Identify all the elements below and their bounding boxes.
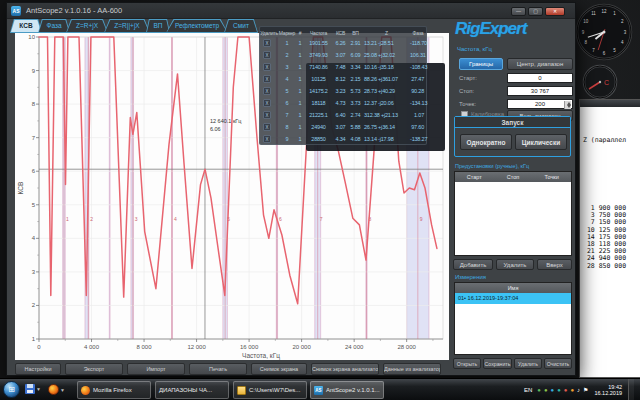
marker-cell: -108.43: [410, 64, 429, 70]
notepad-frequency-list: 1 900 000 3 750 000 7 150 000 10 125 000…: [583, 205, 640, 270]
action-center-icon[interactable]: ⚑: [583, 387, 588, 393]
svg-text:7: 7: [32, 135, 36, 141]
marker-cell: 25.08 +j32.02: [363, 52, 410, 58]
tab-label: Смит: [224, 19, 258, 33]
toolbar-button-6[interactable]: Снимок экрана анализатора: [311, 363, 379, 375]
show-desktop-button[interactable]: [628, 379, 634, 400]
volume-icon[interactable]: ♪: [577, 387, 580, 393]
start-button[interactable]: ⊞: [3, 381, 20, 398]
marker-delete-button[interactable]: X: [263, 111, 271, 119]
svg-text:9: 9: [420, 216, 423, 222]
taskbar-clock[interactable]: 19:42 16.12.2019: [594, 384, 622, 397]
maximize-button[interactable]: ▢: [528, 7, 543, 16]
tab-Z=R||+jX[interactable]: Z=R||+jX: [104, 19, 150, 33]
minimize-button[interactable]: —: [511, 7, 526, 16]
measurement-open-button[interactable]: Открыть: [453, 358, 481, 369]
chevron-down-icon[interactable]: ▼: [60, 387, 65, 393]
marker-delete-button[interactable]: X: [263, 75, 271, 83]
preset-add-button[interactable]: Добавить: [453, 259, 493, 270]
marker-cell: 106.31: [410, 52, 428, 58]
tray-status-teal-icon[interactable]: ●: [557, 387, 561, 393]
toolbar-button-1[interactable]: Настройки: [15, 363, 61, 375]
tab-bar: КСВФазаZ=R+jXZ=R||+jXВПРефлектометрСмит: [10, 19, 254, 33]
task-label: Mozilla Firefox: [93, 387, 132, 393]
marker-row: X41101258.122.1588.26 +j361.0727.47: [260, 73, 426, 85]
points-input[interactable]: 200: [507, 99, 573, 109]
stop-frequency-input[interactable]: 30 767: [507, 86, 573, 96]
titlebar[interactable]: AS AntScope2 v.1.0.16 - AA-600 — ▢ ✕: [7, 3, 575, 19]
tray-status-orange-icon[interactable]: ●: [570, 387, 574, 393]
toolbar-button-3[interactable]: Импорт: [127, 363, 185, 375]
marker-cell: 90.28: [410, 88, 426, 94]
marker-col-header: Z: [363, 30, 410, 36]
quicklaunch-save[interactable]: ▼: [25, 384, 41, 394]
marker-delete-button[interactable]: X: [263, 87, 271, 95]
marker-cell: 1: [296, 52, 304, 58]
marker-cell: 12.37 -j20.06: [363, 100, 410, 106]
marker-cell: 6: [278, 100, 296, 106]
toolbar-button-4[interactable]: Печать: [189, 363, 247, 375]
taskbar-task-antscope[interactable]: ASAntScope2 v.1.0.1...: [310, 381, 384, 399]
clock-gadget: 123456789101112: [572, 2, 636, 64]
taskbar-task-firefox[interactable]: Mozilla Firefox: [77, 381, 151, 399]
svg-text:11: 11: [591, 11, 596, 16]
marker-delete-button[interactable]: X: [263, 39, 271, 47]
run-cyclic-button[interactable]: Циклически: [515, 134, 567, 150]
taskbar: ⊞ ▼ ▼ Mozilla FirefoxДИАПАЗОНЫ ЧА...C:\U…: [0, 378, 640, 400]
marker-cell: 4: [278, 76, 296, 82]
language-indicator[interactable]: EN: [524, 387, 532, 393]
marker-delete-button[interactable]: X: [263, 51, 271, 59]
toolbar-button-5[interactable]: Снимок экрана: [251, 363, 307, 375]
notepad-first-line: Z (параллел: [583, 137, 640, 144]
tray-status-green-icon[interactable]: ●: [537, 387, 541, 393]
toolbar-button-7[interactable]: Данные из анализатора: [383, 363, 441, 375]
center-span-mode-button[interactable]: Центр, диапазон: [507, 58, 573, 70]
taskbar-task-folder[interactable]: C:\Users\W7\Des...: [233, 381, 307, 399]
close-button[interactable]: ✕: [545, 7, 565, 16]
marker-delete-button[interactable]: X: [263, 99, 271, 107]
marker-delete-button[interactable]: X: [263, 135, 271, 143]
measurement-save-button[interactable]: Сохранить: [483, 358, 512, 369]
svg-text:28 000: 28 000: [397, 344, 416, 350]
quicklaunch-firefox[interactable]: ▼: [48, 384, 65, 395]
svg-text:3: 3: [32, 269, 36, 275]
measurement-clear-button[interactable]: Очистить: [544, 358, 572, 369]
measurement-item-selected[interactable]: 01• 16.12.2019-19:37:04: [455, 293, 571, 304]
gauge-letter: C: [604, 79, 609, 86]
tray-status-blue-icon[interactable]: ●: [551, 387, 555, 393]
task-label: ДИАПАЗОНЫ ЧА...: [159, 387, 212, 393]
tab-ВП[interactable]: ВП: [146, 19, 170, 33]
svg-text:16 000: 16 000: [240, 344, 259, 350]
measurement-delete-button[interactable]: Удалить: [514, 358, 542, 369]
taskbar-task-notepad[interactable]: ДИАПАЗОНЫ ЧА...: [155, 381, 229, 399]
measurements-table[interactable]: Имя 01• 16.12.2019-19:37:04: [454, 282, 572, 355]
svg-text:20 000: 20 000: [292, 344, 311, 350]
run-single-button[interactable]: Однократно: [460, 134, 512, 150]
tab-Смит[interactable]: Смит: [224, 19, 258, 33]
rigexpert-logo: RigExpert: [455, 19, 526, 39]
system-tray: EN ●●●●●●♪⚑ 19:42 16.12.2019: [524, 379, 634, 400]
svg-text:5: 5: [32, 202, 36, 208]
tray-status-red-icon[interactable]: ●: [564, 387, 568, 393]
tab-Рефлектометр[interactable]: Рефлектометр: [166, 19, 228, 33]
marker-delete-button[interactable]: X: [263, 123, 271, 131]
firefox-icon: [48, 384, 59, 395]
presets-table[interactable]: Старт Стоп Точки: [454, 171, 572, 256]
chevron-down-icon[interactable]: ▼: [36, 386, 41, 392]
toolbar-button-2[interactable]: Экспорт: [65, 363, 123, 375]
preset-delete-button[interactable]: Удалить: [496, 259, 534, 270]
preset-up-button[interactable]: Вверх: [537, 259, 572, 270]
svg-text:24 000: 24 000: [345, 344, 364, 350]
start-frequency-input[interactable]: 0: [507, 73, 573, 83]
tab-КСВ[interactable]: КСВ: [10, 19, 42, 33]
run-groupbox: Запуск Однократно Циклически: [454, 116, 571, 157]
marker-cell: 1.07: [410, 112, 426, 118]
tray-status-lightgreen-icon[interactable]: ●: [544, 387, 548, 393]
points-spinner[interactable]: [564, 101, 571, 109]
tab-Фаза[interactable]: Фаза: [38, 19, 70, 33]
bounds-mode-button[interactable]: Границы: [459, 58, 503, 70]
tab-Z=R+jX[interactable]: Z=R+jX: [66, 19, 108, 33]
notepad-text[interactable]: Z (параллел 1 900 000 3 750 000 7 150 00…: [580, 107, 640, 284]
marker-delete-button[interactable]: X: [263, 63, 271, 71]
marker-cell: 6.09: [348, 52, 363, 58]
